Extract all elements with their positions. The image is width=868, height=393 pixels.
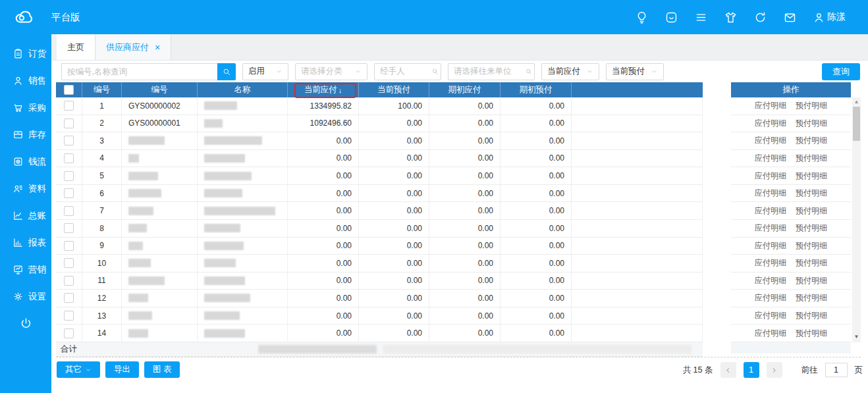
partner-input[interactable]: 请选择往来单位: [448, 63, 535, 80]
payable-detail-link[interactable]: 应付明细: [755, 188, 786, 199]
row-checkbox[interactable]: [64, 118, 74, 128]
payable-detail-link[interactable]: 应付明细: [755, 223, 786, 234]
next-page-button[interactable]: [767, 362, 782, 378]
row-init-prepaid: 0.00: [501, 290, 572, 307]
prepaid-detail-link[interactable]: 预付明细: [796, 205, 827, 217]
tab-supplier-payable[interactable]: 供应商应付 ×: [95, 34, 171, 60]
sidebar-item-采购[interactable]: 采购: [0, 94, 51, 121]
app-widget-icon[interactable]: [665, 11, 678, 24]
prepaid-filter-select[interactable]: 当前预付: [606, 63, 664, 80]
scroll-up-icon[interactable]: ▲: [852, 99, 861, 105]
payable-detail-link[interactable]: 应付明细: [755, 170, 786, 182]
row-checkbox[interactable]: [64, 258, 74, 268]
prev-page-button[interactable]: [720, 362, 736, 378]
current-page-button[interactable]: 1: [744, 362, 759, 378]
search-button[interactable]: [217, 63, 236, 80]
chart-button[interactable]: 图 表: [144, 361, 180, 378]
sidebar-item-销售[interactable]: 销售: [0, 67, 51, 94]
prepaid-detail-link[interactable]: 预付明细: [796, 135, 827, 146]
payable-detail-link[interactable]: 应付明细: [755, 328, 786, 339]
scrollbar-thumb[interactable]: [853, 107, 860, 141]
sidebar-item-logout[interactable]: [0, 310, 51, 337]
payable-filter-select[interactable]: 当前应付: [541, 63, 599, 80]
row-checkbox[interactable]: [64, 171, 74, 181]
user-name: 陈漾: [827, 11, 846, 23]
payable-detail-link[interactable]: 应付明细: [755, 153, 786, 164]
export-button[interactable]: 导出: [105, 361, 139, 378]
col-header-name[interactable]: 名称: [198, 82, 288, 97]
vertical-scrollbar[interactable]: ▲ ▼: [852, 97, 861, 342]
prepaid-detail-link[interactable]: 预付明细: [796, 100, 827, 111]
tab-home[interactable]: 主页: [57, 34, 95, 60]
more-button[interactable]: 其它: [57, 361, 100, 378]
prepaid-detail-link[interactable]: 预付明细: [796, 292, 827, 303]
prepaid-detail-link[interactable]: 预付明细: [796, 257, 827, 269]
row-checkbox[interactable]: [64, 223, 74, 233]
status-select[interactable]: 启用: [242, 63, 288, 80]
search-input[interactable]: [61, 63, 217, 80]
row-seq: 14: [82, 325, 122, 342]
row-payable: 0.00: [288, 150, 359, 167]
row-checkbox[interactable]: [64, 188, 74, 198]
row-checkbox[interactable]: [64, 311, 74, 321]
menu-icon[interactable]: [694, 11, 708, 24]
payable-detail-link[interactable]: 应付明细: [755, 292, 786, 303]
close-tab-icon[interactable]: ×: [155, 43, 160, 52]
row-checkbox[interactable]: [64, 136, 74, 145]
sidebar-item-订货[interactable]: 订货: [0, 40, 51, 67]
prepaid-detail-link[interactable]: 预付明细: [796, 223, 827, 234]
payable-detail-link[interactable]: 应付明细: [755, 205, 786, 217]
sidebar-item-资料[interactable]: 资料: [0, 175, 51, 202]
col-header-init-payable[interactable]: 期初应付: [429, 82, 501, 97]
payable-detail-link[interactable]: 应付明细: [755, 257, 786, 269]
sidebar-item-钱流[interactable]: 钱流: [0, 148, 51, 175]
user-menu[interactable]: 陈漾: [813, 11, 846, 24]
col-header-code[interactable]: 编号: [122, 82, 198, 97]
table-row: 100.000.000.000.00: [56, 255, 703, 273]
mail-icon[interactable]: [783, 11, 797, 24]
operation-row: 应付明细预付明细: [731, 290, 851, 307]
sidebar-item-总账[interactable]: 总账: [0, 202, 51, 229]
select-all-checkbox[interactable]: [64, 85, 74, 95]
row-checkbox[interactable]: [64, 206, 74, 216]
payable-detail-link[interactable]: 应付明细: [755, 100, 786, 111]
money-icon: [13, 156, 24, 167]
sidebar-item-营销[interactable]: 营销: [0, 256, 51, 283]
row-code: [122, 238, 198, 255]
row-checkbox-cell: [56, 150, 82, 167]
col-header-prepaid[interactable]: 当前预付: [359, 82, 429, 97]
shirt-icon[interactable]: [724, 11, 738, 24]
row-checkbox[interactable]: [64, 276, 74, 286]
query-button[interactable]: 查询: [822, 63, 860, 80]
bulb-icon[interactable]: [635, 11, 649, 24]
prepaid-detail-link[interactable]: 预付明细: [796, 118, 827, 129]
prepaid-detail-link[interactable]: 预付明细: [796, 153, 827, 164]
handler-input[interactable]: 经手人: [374, 63, 441, 80]
payable-detail-link[interactable]: 应付明细: [755, 310, 786, 321]
prepaid-detail-link[interactable]: 预付明细: [796, 170, 827, 182]
row-checkbox[interactable]: [64, 241, 74, 251]
scroll-down-icon[interactable]: ▼: [852, 334, 861, 340]
sidebar-item-设置[interactable]: 设置: [0, 283, 51, 310]
row-checkbox[interactable]: [64, 328, 74, 338]
sidebar-item-库存[interactable]: 库存: [0, 121, 51, 148]
row-checkbox[interactable]: [64, 293, 74, 303]
col-header-payable[interactable]: 当前应付 ↓: [288, 82, 359, 97]
payable-detail-link[interactable]: 应付明细: [755, 135, 786, 146]
prepaid-detail-link[interactable]: 预付明细: [796, 328, 827, 339]
prepaid-detail-link[interactable]: 预付明细: [796, 188, 827, 199]
prepaid-detail-link[interactable]: 预付明细: [796, 310, 827, 321]
row-checkbox[interactable]: [64, 153, 74, 163]
prepaid-detail-link[interactable]: 预付明细: [796, 275, 827, 286]
refresh-icon[interactable]: [753, 11, 767, 24]
category-select[interactable]: 请选择分类: [295, 63, 367, 80]
col-header-init-prepaid[interactable]: 期初预付: [501, 82, 572, 97]
payable-detail-link[interactable]: 应付明细: [755, 118, 786, 129]
goto-page-input[interactable]: [825, 363, 848, 377]
row-checkbox[interactable]: [64, 101, 74, 111]
sidebar-item-报表[interactable]: 报表: [0, 229, 51, 256]
col-header-seq[interactable]: 编号: [82, 82, 122, 97]
payable-detail-link[interactable]: 应付明细: [755, 275, 786, 286]
prepaid-detail-link[interactable]: 预付明细: [796, 240, 827, 251]
payable-detail-link[interactable]: 应付明细: [755, 240, 786, 251]
